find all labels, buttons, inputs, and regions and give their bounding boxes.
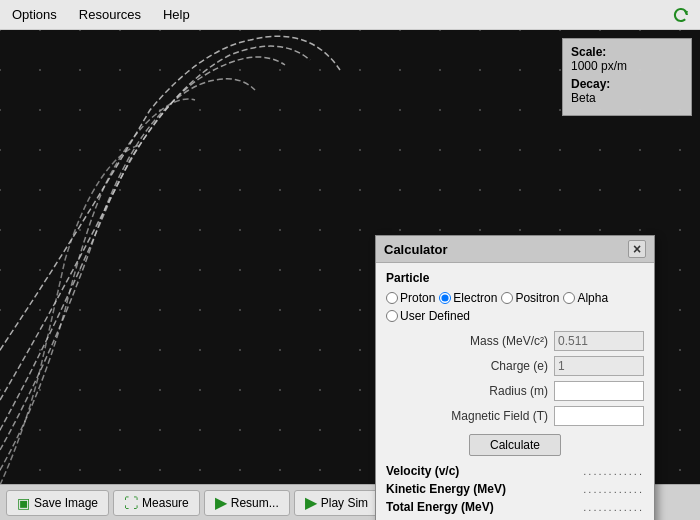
user-defined-label: User Defined [400, 309, 470, 323]
particle-section-label: Particle [386, 271, 644, 285]
measure-icon: ⛶ [124, 495, 138, 511]
alpha-label: Alpha [577, 291, 608, 305]
save-icon: ▣ [17, 495, 30, 511]
magnetic-field-input[interactable] [554, 406, 644, 426]
measure-label: Measure [142, 496, 189, 510]
particle-option-alpha[interactable]: Alpha [563, 291, 608, 305]
refresh-icon[interactable] [670, 4, 692, 26]
resume-button[interactable]: ▶ Resum... [204, 490, 290, 516]
save-image-button[interactable]: ▣ Save Image [6, 490, 109, 516]
save-label: Save Image [34, 496, 98, 510]
menubar: Options Resources Help [0, 0, 700, 30]
radio-positron[interactable] [501, 292, 513, 304]
mass-row: Mass (MeV/c²) [386, 331, 644, 351]
particle-option-user[interactable]: User Defined [386, 309, 470, 323]
play-label: Play Sim [321, 496, 368, 510]
particle-option-proton[interactable]: Proton [386, 291, 435, 305]
radius-row: Radius (m) [386, 381, 644, 401]
mass-label: Mass (MeV/c²) [386, 334, 554, 348]
menu-help[interactable]: Help [159, 5, 194, 24]
proton-label: Proton [400, 291, 435, 305]
user-defined-group: User Defined [386, 309, 644, 323]
results-section: Velocity (v/c) ............ Kinetic Ener… [386, 464, 644, 514]
scale-label: Scale: [571, 45, 606, 59]
play-icon: ▶ [305, 493, 317, 512]
info-panel: Scale: 1000 px/m Decay: Beta [562, 38, 692, 116]
velocity-value: ............ [515, 465, 644, 477]
menu-options[interactable]: Options [8, 5, 61, 24]
charge-row: Charge (e) [386, 356, 644, 376]
particle-option-positron[interactable]: Positron [501, 291, 559, 305]
radius-label: Radius (m) [386, 384, 554, 398]
calc-title: Calculator [384, 242, 448, 257]
particle-option-electron[interactable]: Electron [439, 291, 497, 305]
measure-button[interactable]: ⛶ Measure [113, 490, 200, 516]
total-energy-value: ............ [515, 501, 644, 513]
magnetic-field-label: Magnetic Field (T) [386, 409, 554, 423]
velocity-row: Velocity (v/c) ............ [386, 464, 644, 478]
simulation-area: Scale: 1000 px/m Decay: Beta Calculator … [0, 30, 700, 520]
charge-input[interactable] [554, 356, 644, 376]
radio-proton[interactable] [386, 292, 398, 304]
particle-radio-group: Proton Electron Positron Alpha [386, 291, 644, 305]
radio-alpha[interactable] [563, 292, 575, 304]
scale-value: 1000 px/m [571, 59, 627, 73]
calc-body: Particle Proton Electron Positron Alpha [376, 263, 654, 520]
kinetic-energy-value: ............ [515, 483, 644, 495]
total-energy-row: Total Energy (MeV) ............ [386, 500, 644, 514]
magnetic-field-row: Magnetic Field (T) [386, 406, 644, 426]
kinetic-energy-label: Kinetic Energy (MeV) [386, 482, 515, 496]
electron-label: Electron [453, 291, 497, 305]
mass-input[interactable] [554, 331, 644, 351]
decay-label: Decay: [571, 77, 610, 91]
calculator-dialog: Calculator × Particle Proton Electron Po… [375, 235, 655, 520]
calc-close-button[interactable]: × [628, 240, 646, 258]
resume-icon: ▶ [215, 493, 227, 512]
radio-electron[interactable] [439, 292, 451, 304]
positron-label: Positron [515, 291, 559, 305]
kinetic-energy-row: Kinetic Energy (MeV) ............ [386, 482, 644, 496]
calc-btn-row: Calculate [386, 434, 644, 456]
calc-titlebar: Calculator × [376, 236, 654, 263]
resume-label: Resum... [231, 496, 279, 510]
menu-resources[interactable]: Resources [75, 5, 145, 24]
radius-input[interactable] [554, 381, 644, 401]
total-energy-label: Total Energy (MeV) [386, 500, 515, 514]
charge-label: Charge (e) [386, 359, 554, 373]
decay-value: Beta [571, 91, 596, 105]
radio-user-defined[interactable] [386, 310, 398, 322]
calculate-button[interactable]: Calculate [469, 434, 561, 456]
velocity-label: Velocity (v/c) [386, 464, 515, 478]
play-button[interactable]: ▶ Play Sim [294, 490, 379, 516]
